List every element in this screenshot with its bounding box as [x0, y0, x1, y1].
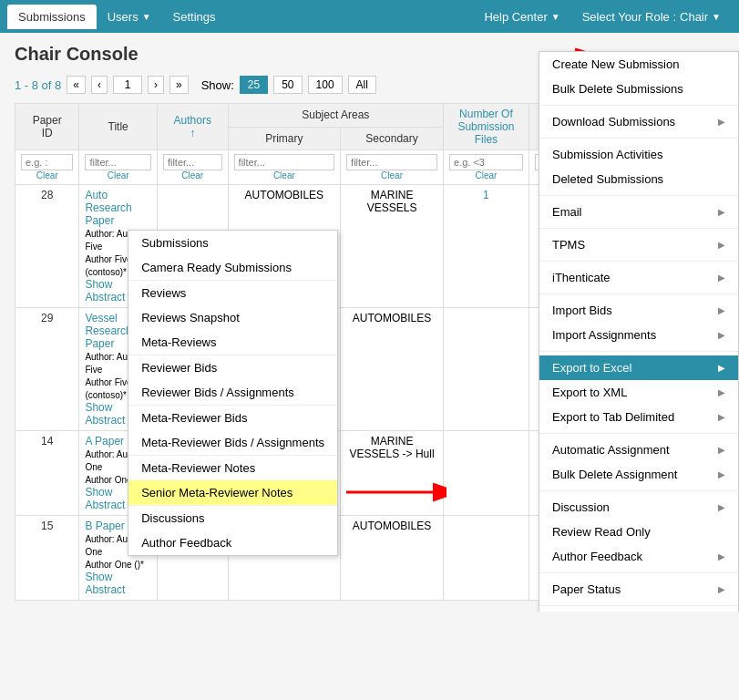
cell-secondary: AUTOMOBILES — [341, 516, 444, 601]
submenu-senior-meta-reviewer-notes[interactable]: Senior Meta-Reviewer Notes — [128, 480, 337, 505]
submenu-reviewer-bids[interactable]: Reviewer Bids — [128, 355, 337, 380]
title-header: Title — [79, 104, 158, 150]
action-author-notification-wizard[interactable]: Author Notification Wizard — [539, 610, 738, 612]
show-100-button[interactable]: 100 — [308, 76, 343, 94]
num-submission-clear-link[interactable]: Clear — [449, 170, 523, 180]
secondary-filter-input[interactable] — [346, 154, 437, 170]
cell-paper-id: 15 — [15, 516, 79, 601]
cell-submission-files — [444, 516, 529, 601]
title-filter-input[interactable] — [85, 154, 151, 170]
authors-header: Authors↑ — [157, 104, 228, 150]
action-download-submissions[interactable]: Download Submissions ▶ — [539, 109, 738, 134]
last-page-button[interactable]: » — [169, 76, 189, 94]
chevron-right-icon: ▶ — [718, 305, 725, 315]
chevron-right-icon: ▶ — [718, 502, 725, 512]
nav-help-center[interactable]: Help Center ▼ — [473, 5, 570, 29]
action-email[interactable]: Email ▶ — [539, 200, 738, 224]
cell-submission-files: 1 — [444, 185, 529, 308]
cell-paper-id: 28 — [15, 185, 79, 308]
secondary-clear-link[interactable]: Clear — [346, 170, 437, 180]
action-tpms[interactable]: TPMS ▶ — [539, 232, 738, 257]
submenu-camera-ready-submissions[interactable]: Camera Ready Submissions — [128, 255, 337, 280]
chevron-down-icon: ▼ — [712, 12, 721, 22]
title-link[interactable]: Vessel Research Paper — [85, 312, 131, 350]
submenu-reviews[interactable]: Reviews — [128, 281, 337, 305]
action-bulk-delete-submissions[interactable]: Bulk Delete Submissions — [539, 77, 738, 101]
next-page-button[interactable]: › — [148, 76, 164, 94]
paper-id-filter-input[interactable] — [21, 154, 73, 170]
cell-submission-files — [444, 308, 529, 431]
action-create-new-submission[interactable]: Create New Submission — [539, 52, 738, 77]
submenu-reviews-snapshot[interactable]: Reviews Snapshot — [128, 305, 337, 330]
cell-paper-id: 14 — [15, 431, 79, 516]
action-deleted-submissions[interactable]: Deleted Submissions — [539, 167, 738, 191]
title-link[interactable]: A Paper — [85, 435, 124, 448]
submenu-meta-reviewer-notes[interactable]: Meta-Reviewer Notes — [128, 456, 337, 480]
filter-authors: Clear — [157, 150, 228, 185]
submenu-meta-reviewer-bids-assignments[interactable]: Meta-Reviewer Bids / Assignments — [128, 430, 337, 455]
action-paper-status[interactable]: Paper Status ▶ — [539, 577, 738, 602]
nav-submissions[interactable]: Submissions — [7, 5, 97, 29]
submenu-author-feedback[interactable]: Author Feedback — [128, 530, 337, 555]
filter-primary: Clear — [228, 150, 341, 185]
actions-dropdown-main: Create New Submission Bulk Delete Submis… — [539, 51, 739, 612]
chevron-down-icon: ▼ — [551, 12, 560, 22]
chevron-right-icon: ▶ — [718, 412, 725, 422]
filter-paper-id: Clear — [15, 150, 79, 185]
nav-users[interactable]: Users ▼ — [97, 5, 162, 29]
filter-secondary: Clear — [341, 150, 444, 185]
show-50-button[interactable]: 50 — [273, 76, 302, 94]
num-submission-filter-input[interactable] — [449, 154, 523, 170]
submenu-meta-reviews[interactable]: Meta-Reviews — [128, 330, 337, 355]
num-submission-files-header: Number OfSubmissionFiles — [444, 104, 529, 150]
submenu-meta-reviewer-bids[interactable]: Meta-Reviewer Bids — [128, 406, 337, 430]
authors-filter-input[interactable] — [163, 154, 222, 170]
show-abstract-link[interactable]: Show Abstract — [85, 571, 125, 596]
action-automatic-assignment[interactable]: Automatic Assignment ▶ — [539, 438, 738, 462]
title-link[interactable]: B Paper — [85, 520, 124, 532]
show-abstract-link[interactable]: Show Abstract — [85, 486, 125, 511]
nav-role-select[interactable]: Select Your Role : Chair ▼ — [571, 5, 732, 29]
chevron-right-icon: ▶ — [718, 387, 725, 397]
filter-num-submission: Clear — [444, 150, 529, 185]
show-25-button[interactable]: 25 — [240, 76, 268, 94]
title-clear-link[interactable]: Clear — [85, 170, 151, 180]
action-export-to-excel[interactable]: Export to Excel ▶ — [539, 355, 738, 380]
action-discussion[interactable]: Discussion ▶ — [539, 495, 738, 520]
primary-header: Primary — [228, 127, 341, 150]
action-export-to-tab-delimited[interactable]: Export to Tab Delimited ▶ — [539, 405, 738, 429]
action-bulk-delete-assignment[interactable]: Bulk Delete Assignment ▶ — [539, 462, 738, 487]
action-review-read-only[interactable]: Review Read Only — [539, 520, 738, 544]
cell-secondary: MARINE VESSELS — [341, 185, 444, 308]
cell-secondary: MARINE VESSELS -> Hull — [341, 431, 444, 516]
action-ithenticate[interactable]: iThenticate ▶ — [539, 265, 738, 290]
paper-id-header: PaperID — [15, 104, 79, 150]
show-label: Show: — [201, 78, 234, 92]
submenu-reviewer-bids-assignments[interactable]: Reviewer Bids / Assignments — [128, 380, 337, 405]
show-all-button[interactable]: All — [348, 76, 376, 94]
filter-title: Clear — [79, 150, 158, 185]
chevron-right-icon: ▶ — [718, 363, 725, 373]
show-abstract-link[interactable]: Show Abstract — [85, 401, 125, 427]
action-author-feedback[interactable]: Author Feedback ▶ — [539, 544, 738, 569]
submenu-submissions[interactable]: Submissions — [128, 231, 337, 255]
prev-page-button[interactable]: ‹ — [91, 76, 108, 94]
primary-clear-link[interactable]: Clear — [234, 170, 335, 180]
chevron-right-icon: ▶ — [718, 445, 725, 455]
submenu-discussions[interactable]: Discussions — [128, 506, 337, 530]
action-export-to-xml[interactable]: Export to XML ▶ — [539, 380, 738, 405]
action-import-bids[interactable]: Import Bids ▶ — [539, 298, 738, 323]
primary-filter-input[interactable] — [234, 154, 335, 170]
nav-settings[interactable]: Settings — [162, 5, 227, 29]
title-link[interactable]: Auto Research Paper — [85, 189, 131, 227]
authors-clear-link[interactable]: Clear — [163, 170, 222, 180]
export-submenu: Submissions Camera Ready Submissions Rev… — [128, 230, 338, 556]
action-import-assignments[interactable]: Import Assignments ▶ — [539, 323, 738, 347]
action-submission-activities[interactable]: Submission Activities — [539, 142, 738, 167]
show-abstract-link[interactable]: Show Abstract — [85, 278, 125, 304]
first-page-button[interactable]: « — [67, 76, 86, 94]
chevron-down-icon: ▼ — [142, 12, 151, 22]
paper-id-clear-link[interactable]: Clear — [21, 170, 73, 180]
top-navigation: Submissions Users ▼ Settings Help Center… — [0, 0, 739, 33]
page-number-input[interactable] — [113, 76, 142, 94]
